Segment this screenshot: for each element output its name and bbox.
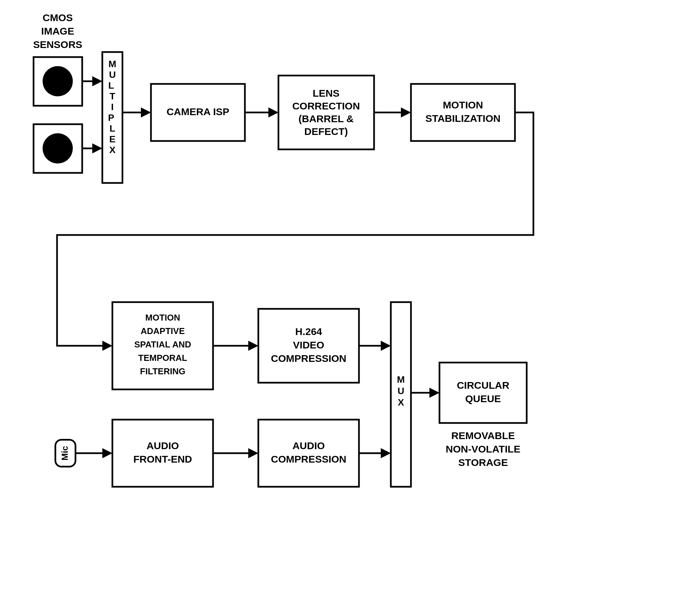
h264-l2: VIDEO xyxy=(293,339,324,350)
h264-l3: COMPRESSION xyxy=(271,353,346,364)
cmos-title-line3: SENSORS xyxy=(33,39,83,50)
circq-l1: CIRCULAR xyxy=(457,380,510,391)
audio-comp-l1: AUDIO xyxy=(293,440,325,451)
lens-l2: CORRECTION xyxy=(292,100,360,112)
maf-l1: MOTION xyxy=(145,312,180,322)
sensor-2-lens-icon xyxy=(42,133,73,163)
camera-isp-label: CAMERA ISP xyxy=(166,106,229,117)
lens-correction-block xyxy=(279,75,374,149)
afe-l1: AUDIO xyxy=(147,440,179,451)
sensor-1-lens-icon xyxy=(42,66,73,96)
lens-l1: LENS xyxy=(313,88,340,99)
mic-label: Mic xyxy=(60,446,70,460)
motion-stab-l2: STABILIZATION xyxy=(425,113,500,124)
maf-l2: ADAPTIVE xyxy=(140,326,185,336)
motion-stab-l1: MOTION xyxy=(443,99,483,111)
cmos-title-line2: IMAGE xyxy=(41,26,74,37)
lens-l4: DEFECT) xyxy=(304,126,348,137)
maf-l3: SPATIAL AND xyxy=(134,339,191,349)
h264-l1: H.264 xyxy=(295,326,322,337)
storage-l2: NON-VOLATILE xyxy=(446,443,521,455)
afe-l2: FRONT-END xyxy=(133,454,192,465)
audio-comp-l2: COMPRESSION xyxy=(271,454,346,465)
lens-l3: (BARREL & xyxy=(298,113,354,124)
mux-label: MUX xyxy=(397,374,405,407)
circq-l2: QUEUE xyxy=(465,393,501,404)
storage-l3: STORAGE xyxy=(458,457,508,468)
cmos-title-line1: CMOS xyxy=(42,12,73,23)
storage-l1: REMOVABLE xyxy=(451,430,515,441)
maf-l5: FILTERING xyxy=(140,366,185,376)
maf-l4: TEMPORAL xyxy=(138,353,187,363)
